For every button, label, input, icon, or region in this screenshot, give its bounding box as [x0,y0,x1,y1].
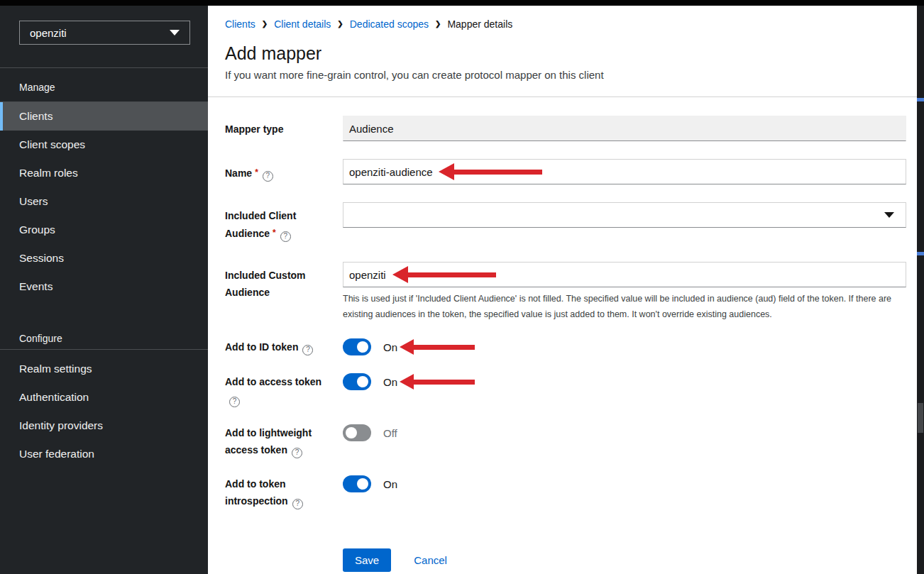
add-to-id-token-field: On [343,338,906,355]
realm-selector-area: openziti [0,6,208,68]
name-field-wrap [343,159,906,184]
sidebar-item-groups[interactable]: Groups [0,216,208,244]
breadcrumb-clients[interactable]: Clients [225,17,255,31]
add-to-token-introspection-row: Add to token introspection On [225,475,906,509]
add-to-lightweight-access-token-row: Add to lightweight access token Off [225,424,906,458]
switch-knob [357,376,368,387]
switch-knob [357,341,368,353]
realm-selector-value: openziti [30,27,67,39]
page-header: Clients Client details Dedicated scopes … [208,6,917,97]
help-icon[interactable] [292,448,302,458]
sidebar-item-realm-roles[interactable]: Realm roles [0,159,208,187]
toggle-state-label: On [383,341,397,353]
included-custom-audience-help: This is used just if 'Included Client Au… [343,291,906,322]
included-custom-audience-field-wrap: This is used just if 'Included Client Au… [343,262,906,322]
sidebar-item-authentication[interactable]: Authentication [0,383,208,412]
help-icon[interactable] [302,345,313,355]
cancel-button[interactable]: Cancel [414,554,447,566]
add-to-access-token-row: Add to access token On [225,373,906,407]
add-to-access-token-field: On [343,373,906,407]
manage-nav-list: Clients Client scopes Realm roles Users … [0,102,208,301]
page-subtitle: If you want more fine-grain control, you… [225,68,900,82]
switch-knob [346,427,357,438]
toggle-state-label: On [383,478,397,490]
sidebar-item-sessions[interactable]: Sessions [0,244,208,272]
sidebar-item-identity-providers[interactable]: Identity providers [0,412,208,440]
sidebar-item-client-scopes[interactable]: Client scopes [0,131,208,159]
sidebar-item-realm-settings[interactable]: Realm settings [0,355,208,383]
mapper-type-field-wrap: Audience [343,116,906,141]
breadcrumb-dedicated-scopes[interactable]: Dedicated scopes [350,17,429,31]
add-to-lightweight-access-token-toggle[interactable] [343,424,371,441]
breadcrumb-separator-icon [262,17,268,31]
add-to-lightweight-access-token-label: Add to lightweight access token [225,424,335,458]
name-label: Name* [225,159,335,184]
main-content: Clients Client details Dedicated scopes … [208,6,917,574]
save-button[interactable]: Save [343,548,391,572]
configure-nav-list: Realm settings Authentication Identity p… [0,350,208,468]
breadcrumb-client-details[interactable]: Client details [274,17,331,31]
top-bar [0,0,924,6]
help-icon[interactable] [263,171,273,182]
form-actions: Save Cancel [343,548,906,572]
annotation-arrow [400,374,475,390]
included-custom-audience-input[interactable] [343,262,906,287]
breadcrumb-mapper-details: Mapper details [447,17,512,31]
add-to-access-token-label: Add to access token [225,373,335,407]
scrollbar-thumb[interactable] [918,403,923,433]
required-indicator: * [273,228,276,238]
toggle-state-label: Off [383,427,397,439]
breadcrumb: Clients Client details Dedicated scopes … [225,17,900,31]
toggle-state-label: On [383,376,397,388]
chevron-down-icon [884,212,894,218]
included-client-audience-select[interactable] [343,202,906,228]
breadcrumb-separator-icon [337,17,343,31]
add-to-id-token-row: Add to ID token On [225,338,906,355]
add-to-token-introspection-toggle[interactable] [343,475,371,492]
mapper-type-row: Mapper type Audience [225,116,906,141]
sidebar-section-configure: Configure [0,324,208,350]
included-custom-audience-label: Included Custom Audience [225,262,335,322]
name-input[interactable] [343,159,906,184]
name-row: Name* [225,159,906,184]
add-to-id-token-toggle[interactable] [343,338,371,355]
add-to-id-token-label: Add to ID token [225,338,335,355]
page-title: Add mapper [225,43,900,64]
add-mapper-form: Mapper type Audience Name* [208,97,917,572]
add-to-lightweight-access-token-field: Off [343,424,906,458]
required-indicator: * [255,167,258,177]
sidebar-item-clients[interactable]: Clients [0,102,208,131]
scrollbar[interactable] [917,6,924,574]
add-to-token-introspection-field: On [343,475,906,509]
annotation-arrow [400,339,475,355]
help-icon[interactable] [229,397,240,407]
sidebar: openziti Manage Clients Client scopes Re… [0,6,208,574]
included-client-audience-field-wrap [343,202,906,242]
mapper-type-value: Audience [349,123,394,135]
mapper-type-label: Mapper type [225,116,335,141]
scrollbar-marker [917,252,924,255]
add-to-token-introspection-label: Add to token introspection [225,475,335,509]
included-client-audience-row: Included Client Audience* [225,202,906,242]
scrollbar-marker [917,98,924,101]
add-to-access-token-toggle[interactable] [343,373,371,390]
keycloak-admin-console: openziti Manage Clients Client scopes Re… [0,0,924,574]
sidebar-item-user-federation[interactable]: User federation [0,440,208,468]
realm-selector[interactable]: openziti [19,21,190,45]
included-client-audience-label: Included Client Audience* [225,202,335,242]
sidebar-item-events[interactable]: Events [0,272,208,301]
breadcrumb-separator-icon [435,17,441,31]
sidebar-item-users[interactable]: Users [0,187,208,216]
help-icon[interactable] [292,499,303,509]
included-custom-audience-row: Included Custom Audience This is used ju… [225,262,906,322]
mapper-type-field: Audience [343,116,906,141]
sidebar-section-manage: Manage [0,68,208,102]
switch-knob [357,478,368,490]
included-custom-audience-input-wrap [343,262,906,287]
chevron-down-icon [170,30,180,35]
help-icon[interactable] [280,231,291,242]
